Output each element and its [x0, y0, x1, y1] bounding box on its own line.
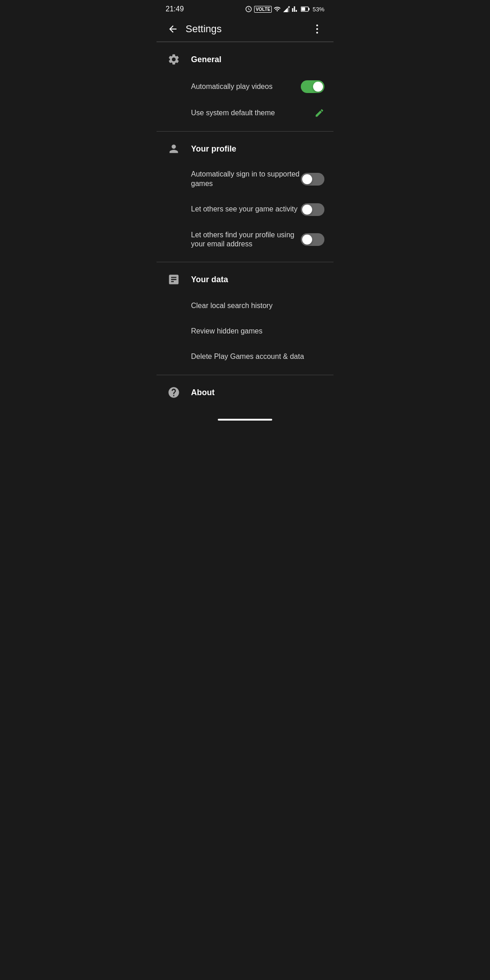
game-activity-toggle[interactable] — [301, 203, 324, 216]
status-bar: 21:49 VOLTE 53% — [157, 0, 333, 16]
general-title: General — [191, 55, 221, 64]
review-hidden-label: Review hidden games — [191, 327, 324, 336]
clear-search-label: Clear local search history — [191, 301, 324, 311]
toggle-track-off-3 — [301, 233, 324, 246]
gear-icon — [166, 51, 182, 68]
data-title: Your data — [191, 275, 228, 284]
auto-sign-in-label: Automatically sign in to supported games — [191, 170, 301, 189]
game-activity-item[interactable]: Let others see your game activity — [157, 196, 333, 223]
find-by-email-label: Let others find your profile using your … — [191, 230, 301, 250]
toggle-thumb-3 — [302, 235, 312, 245]
delete-data-item[interactable]: Delete Play Games account & data — [157, 344, 333, 369]
person-icon — [166, 141, 182, 157]
general-header: General — [157, 51, 333, 73]
status-icons: VOLTE 53% — [245, 5, 324, 13]
help-icon — [166, 384, 182, 401]
system-theme-label: Use system default theme — [191, 108, 314, 118]
toggle-track-off — [301, 173, 324, 186]
back-button[interactable] — [164, 20, 182, 38]
toggle-thumb — [313, 82, 323, 92]
bottom-bar — [218, 419, 272, 421]
volte-icon: VOLTE — [254, 6, 272, 13]
battery-icon — [301, 6, 310, 12]
edit-icon — [314, 108, 324, 118]
about-section: About — [157, 375, 333, 412]
svg-rect-4 — [301, 7, 305, 11]
find-by-email-item[interactable]: Let others find your profile using your … — [157, 223, 333, 257]
general-section: General Automatically play videos Use sy… — [157, 42, 333, 131]
auto-play-videos-label: Automatically play videos — [191, 82, 301, 92]
find-by-email-toggle[interactable] — [301, 233, 324, 246]
delete-data-label: Delete Play Games account & data — [191, 352, 324, 362]
toggle-track-off-2 — [301, 203, 324, 216]
auto-play-videos-toggle[interactable] — [301, 80, 324, 93]
page-title: Settings — [186, 23, 308, 35]
about-header[interactable]: About — [157, 384, 333, 406]
signal-icon — [292, 5, 299, 13]
toggle-thumb-2 — [302, 205, 312, 215]
profile-section: Your profile Automatically sign in to su… — [157, 132, 333, 262]
profile-header: Your profile — [157, 141, 333, 162]
clear-search-item[interactable]: Clear local search history — [157, 293, 333, 318]
game-activity-label: Let others see your game activity — [191, 205, 301, 214]
battery-percent: 53% — [313, 6, 324, 13]
about-title: About — [191, 388, 215, 397]
more-options-button[interactable] — [308, 20, 326, 38]
toggle-thumb — [302, 174, 312, 184]
svg-rect-3 — [309, 8, 310, 10]
auto-sign-in-toggle[interactable] — [301, 173, 324, 186]
alarm-icon — [245, 5, 252, 13]
auto-sign-in-item[interactable]: Automatically sign in to supported games — [157, 162, 333, 196]
profile-title: Your profile — [191, 144, 236, 154]
bottom-indicator — [157, 412, 333, 424]
status-time: 21:49 — [166, 5, 184, 13]
data-header: Your data — [157, 271, 333, 293]
review-hidden-item[interactable]: Review hidden games — [157, 318, 333, 344]
data-section: Your data Clear local search history Rev… — [157, 262, 333, 375]
toggle-track-on — [301, 80, 324, 93]
system-theme-item[interactable]: Use system default theme — [157, 100, 333, 126]
three-dots-icon — [316, 24, 318, 34]
signal-x-icon — [283, 5, 290, 13]
app-bar: Settings — [157, 16, 333, 42]
auto-play-videos-item[interactable]: Automatically play videos — [157, 73, 333, 100]
wifi-icon — [274, 5, 281, 13]
data-icon — [166, 271, 182, 288]
